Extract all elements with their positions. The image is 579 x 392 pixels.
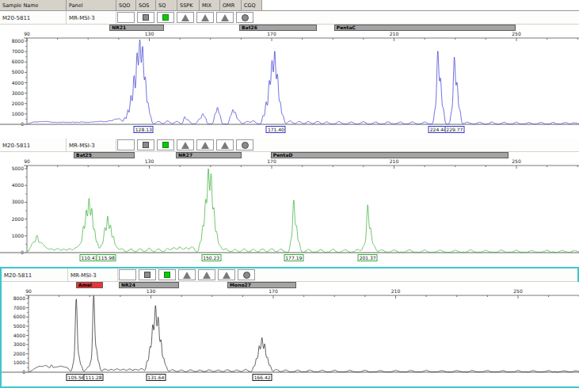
electropherogram-trace [28,40,579,124]
y-tick-label: 1000 [13,360,25,365]
flag-sq-cell[interactable] [157,139,174,150]
sample-name-cell: M20-5811 [0,11,67,24]
electropherogram-trace [28,169,579,253]
flag-sqo-cell[interactable] [117,12,135,23]
flag-sq-cell[interactable] [158,269,176,280]
header-panel: Panel [67,0,116,10]
gray-triangle-icon [201,142,209,149]
flag-sqo-cell[interactable] [117,139,135,150]
header-sqo: SQO [116,0,136,10]
peak-call-label[interactable]: 166.42 [253,374,272,381]
y-tick-label: 5000 [12,69,24,74]
y-tick-label: 1000 [12,111,24,116]
peak-call-label[interactable]: 201.37 [358,254,378,261]
gray-triangle-icon [203,272,211,279]
plot-area: NR21Bat26PentaC9013017021025001000200030… [0,25,579,139]
green-square-icon [162,142,169,148]
trace-chart[interactable]: 010002000300040005000 [0,152,579,267]
gray-square-icon [143,142,149,148]
peak-call-label[interactable]: 115.98 [97,254,116,261]
flag-cgq-cell[interactable] [238,269,255,280]
green-square-icon [164,272,170,278]
flag-sqo-cell[interactable] [119,269,136,280]
flag-sos-cell[interactable] [137,139,154,150]
y-tick-label: 3000 [12,90,24,96]
header-filler [262,0,579,10]
y-tick-label: 4000 [13,333,25,338]
green-square-icon [162,14,169,21]
gray-triangle-icon [181,142,189,149]
electropherogram-panel-green: M20-5811MR-MSI-3Bat25NR27PentaD901301702… [0,139,579,267]
gray-triangle-icon [223,272,230,279]
genemarker-msi-window: { "header": { "columns": ["Sample Name",… [0,0,579,392]
flag-sspk-cell[interactable] [177,139,194,150]
electropherogram-panel-blue: M20-5811MR-MSI-3NR21Bat26PentaC901301702… [0,11,579,139]
panel-name-cell: MR-MSI-3 [67,11,116,24]
y-tick-label: 6000 [13,314,25,319]
sample-row[interactable]: M20-5811MR-MSI-3 [0,11,579,25]
plot-area: Bat25NR27PentaD9013017021025001000200030… [0,152,579,267]
y-tick-label: 2000 [13,351,25,356]
y-tick-label: 3000 [12,199,24,204]
quality-flags [116,139,256,151]
flag-omr-cell[interactable] [216,139,234,150]
sample-row[interactable]: M20-5811MR-MSI-3 [0,139,579,152]
y-tick-label: 8000 [12,38,24,44]
peak-call-label[interactable]: 131.64 [146,374,166,381]
header-mix: MIX [200,0,220,10]
quality-flags [116,11,256,24]
flag-cgq-cell[interactable] [236,139,253,150]
y-tick-label: 3000 [13,341,25,347]
peak-call-label[interactable]: 229.77 [444,126,464,133]
gray-circle-icon [243,272,250,279]
header-sq: SQ [156,0,177,10]
electropherogram-panel-black: M20-5811MR-MSI-3AmelNR24Mono279013017021… [0,267,579,388]
flag-omr-cell[interactable] [216,12,234,23]
y-tick-label: 7000 [12,48,24,54]
y-tick-label: 5000 [13,323,25,329]
flag-mix-cell[interactable] [196,12,214,23]
trace-chart[interactable]: 010002000300040005000600070008000 [0,25,579,139]
trace-chart[interactable]: 010002000300040005000600070008000 [2,282,579,386]
sample-row[interactable]: M20-5811MR-MSI-3 [2,268,577,282]
quality-grid-header: Sample Name Panel SQO SOS SQ SSPK MIX OM… [0,0,579,11]
peak-call-label[interactable]: 128.13 [134,126,154,133]
y-tick-label: 2000 [12,101,24,106]
sample-name-cell: M20-5811 [2,268,68,281]
peak-call-label[interactable]: 177.19 [284,254,303,261]
header-omr: OMR [220,0,242,10]
y-tick-label: 4000 [12,80,24,86]
sample-name-cell: M20-5811 [0,139,67,151]
gray-triangle-icon [201,14,209,21]
y-tick-label: 7000 [13,305,25,310]
electropherogram-trace [29,296,579,373]
flag-sos-cell[interactable] [139,269,156,280]
y-tick-label: 8000 [13,295,25,301]
peak-call-label[interactable]: 111.28 [84,374,104,381]
header-cgq: CGQ [242,0,262,10]
gray-square-icon [143,14,149,21]
flag-sq-cell[interactable] [157,12,174,23]
gray-triangle-icon [181,14,189,21]
flag-sspk-cell[interactable] [177,12,194,23]
y-tick-label: 2000 [12,216,24,222]
gray-triangle-icon [221,142,229,149]
flag-sspk-cell[interactable] [178,269,196,280]
y-tick-label: 6000 [12,59,24,64]
panel-name-cell: MR-MSI-3 [67,139,116,151]
header-sos: SOS [136,0,156,10]
gray-circle-icon [242,14,249,21]
flag-mix-cell[interactable] [198,269,215,280]
gray-square-icon [144,272,150,278]
peak-call-label[interactable]: 150.23 [201,254,221,261]
flag-cgq-cell[interactable] [236,12,253,23]
flag-omr-cell[interactable] [218,269,235,280]
header-sspk: SSPK [177,0,200,10]
gray-triangle-icon [221,14,229,21]
gray-circle-icon [242,142,249,149]
flag-sos-cell[interactable] [137,12,154,23]
peak-call-label[interactable]: 171.40 [266,126,286,133]
flag-mix-cell[interactable] [196,139,214,150]
y-tick-label: 1000 [12,233,24,238]
plot-area: AmelNR24Mono2790130170210250010002000300… [2,282,579,386]
